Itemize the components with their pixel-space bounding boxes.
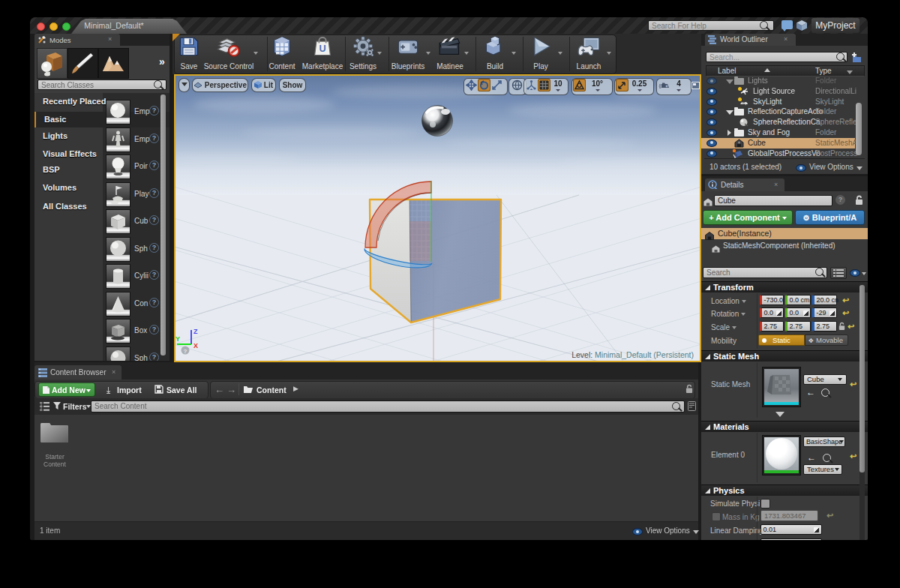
svg-text:X: X — [194, 342, 198, 350]
svg-text:Level: Minimal_Default (Persi: Level: Minimal_Default (Persistent) — [572, 350, 694, 359]
svg-text:Y: Y — [176, 335, 180, 343]
svg-text:U: U — [319, 44, 326, 54]
svg-text:Z: Z — [194, 328, 198, 335]
svg-text:?: ? — [184, 348, 188, 355]
